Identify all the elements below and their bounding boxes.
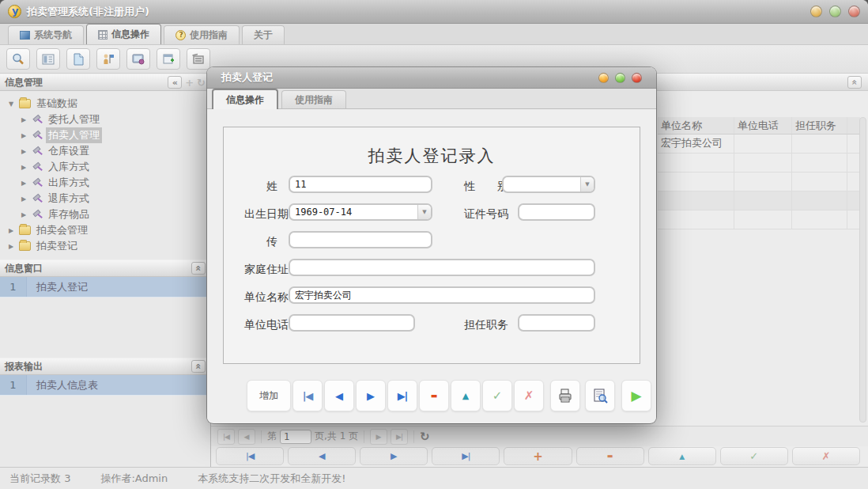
- next-page-button[interactable]: ▶: [370, 429, 387, 445]
- last-record-button[interactable]: ▶|: [432, 447, 500, 465]
- tree-item-outbound-method[interactable]: ▶ 出库方式: [6, 175, 210, 191]
- collapse-up-button[interactable]: «: [191, 262, 206, 275]
- tree-item-consignor-mgmt[interactable]: ▶ 委托人管理: [6, 112, 210, 127]
- confirm-button[interactable]: ✓: [720, 447, 788, 465]
- first-record-button[interactable]: |◀: [292, 380, 323, 411]
- tab-user-guide[interactable]: 使用指南: [164, 25, 240, 44]
- table-row[interactable]: [658, 191, 860, 210]
- close-button[interactable]: [848, 6, 860, 17]
- monitor-button[interactable]: [126, 48, 150, 70]
- gavel-icon: [32, 131, 43, 141]
- collapsed-arrow-icon[interactable]: ▶: [19, 195, 28, 203]
- collapsed-arrow-icon[interactable]: ▶: [19, 180, 28, 187]
- list-item-auctioneer-registration[interactable]: 1 拍卖人登记: [0, 277, 210, 298]
- vertical-scrollbar[interactable]: [859, 117, 866, 423]
- last-page-button[interactable]: ▶|: [391, 429, 408, 445]
- tree-item-auction-mgmt[interactable]: ▶ 拍卖会管理: [6, 222, 210, 238]
- last-record-button[interactable]: ▶|: [387, 380, 417, 411]
- print-preview-button[interactable]: [585, 380, 615, 411]
- delete-record-button[interactable]: ▬: [576, 447, 644, 465]
- prev-record-button[interactable]: ◀: [324, 380, 354, 411]
- add-button[interactable]: 增加: [247, 380, 291, 411]
- home-address-field[interactable]: [289, 259, 595, 276]
- auctioneer-registration-dialog: 拍卖人登记 信息操作 使用指南 拍卖人登记录入 姓 名 性 别 ▼ 出生日期 ▼: [207, 67, 656, 423]
- dialog-tab-info-operation[interactable]: 信息操作: [212, 89, 278, 109]
- collapsed-arrow-icon[interactable]: ▶: [6, 243, 16, 250]
- print-button[interactable]: [550, 380, 580, 411]
- tree-item-return-method[interactable]: ▶ 退库方式: [6, 191, 210, 207]
- tree-item-base-data[interactable]: ▼ 基础数据: [6, 96, 210, 112]
- tab-system-nav[interactable]: 系统导航: [8, 25, 84, 44]
- column-header-duty[interactable]: 担任职务: [792, 117, 847, 134]
- window-add-button[interactable]: [157, 48, 180, 70]
- collapse-sidebar-button[interactable]: «: [168, 76, 182, 89]
- list-item-auctioneer-report[interactable]: 1 拍卖人信息表: [0, 375, 210, 396]
- tab-info-operation[interactable]: 信息操作: [86, 24, 161, 44]
- dialog-maximize-button[interactable]: [615, 73, 625, 83]
- table-row[interactable]: 宏宇拍卖公司: [658, 135, 860, 154]
- tree-item-inventory-items[interactable]: ▶ 库存物品: [6, 207, 210, 222]
- id-number-field[interactable]: [518, 203, 595, 221]
- birthdate-select[interactable]: [289, 203, 432, 221]
- search-button[interactable]: [6, 48, 30, 70]
- run-button[interactable]: ▶: [621, 380, 651, 411]
- edit-record-button[interactable]: ▲: [648, 447, 716, 465]
- collapse-up-button[interactable]: «: [191, 360, 206, 373]
- info-management-header: 信息管理 « + ↻: [0, 74, 210, 91]
- first-page-button[interactable]: |◀: [217, 429, 235, 445]
- tree-item-auctioneer-mgmt[interactable]: ▶ 拍卖人管理: [6, 127, 210, 143]
- edit-record-button[interactable]: ▲: [451, 380, 481, 411]
- column-header-company[interactable]: 单位名称: [658, 117, 734, 134]
- tree-item-warehouse-setup[interactable]: ▶ 仓库设置: [6, 143, 210, 159]
- confirm-button[interactable]: ✓: [482, 380, 512, 411]
- info-windows-header: 信息窗口 «: [0, 260, 210, 277]
- refresh-icon[interactable]: ↻: [420, 430, 430, 444]
- status-message: 本系统支持二次开发和全新开发!: [198, 472, 345, 486]
- table-row[interactable]: [658, 154, 860, 172]
- next-record-button[interactable]: ▶: [356, 380, 386, 411]
- collapse-panel-button[interactable]: [187, 48, 210, 70]
- delete-record-button[interactable]: ▬: [419, 380, 449, 411]
- name-field[interactable]: [289, 176, 432, 193]
- collapse-up-button[interactable]: «: [847, 76, 862, 89]
- prev-record-button[interactable]: ◀: [288, 447, 356, 465]
- first-record-button[interactable]: |◀: [216, 447, 284, 465]
- folder-icon: [19, 226, 31, 235]
- cancel-button[interactable]: ✗: [514, 380, 544, 411]
- collapsed-arrow-icon[interactable]: ▶: [6, 227, 16, 234]
- document-button[interactable]: [66, 48, 90, 70]
- collapsed-arrow-icon[interactable]: ▶: [19, 148, 28, 155]
- fax-field[interactable]: [289, 231, 432, 248]
- form-button[interactable]: [36, 48, 60, 70]
- tree-item-auction-registration[interactable]: ▶ 拍卖登记: [6, 238, 210, 254]
- dialog-close-button[interactable]: [632, 73, 642, 83]
- company-name-field[interactable]: [289, 286, 595, 304]
- tree-item-inbound-method[interactable]: ▶ 入库方式: [6, 159, 210, 175]
- tab-about[interactable]: 关于: [242, 25, 285, 44]
- minimize-button[interactable]: [810, 6, 822, 17]
- prev-page-button[interactable]: ◀: [238, 429, 255, 445]
- collapsed-arrow-icon[interactable]: ▶: [19, 164, 28, 171]
- navigation-tree: ▼ 基础数据 ▶ 委托人管理 ▶ 拍卖人管理 ▶ 仓库设置: [0, 91, 210, 260]
- duty-field[interactable]: [518, 314, 595, 332]
- expanded-arrow-icon[interactable]: ▼: [6, 100, 16, 108]
- maximize-button[interactable]: [829, 6, 841, 17]
- page-number-input[interactable]: [280, 430, 311, 444]
- gender-dropdown-icon[interactable]: ▼: [580, 177, 594, 191]
- dialog-tab-user-guide[interactable]: 使用指南: [281, 90, 346, 108]
- collapsed-arrow-icon[interactable]: ▶: [19, 211, 28, 218]
- company-phone-field[interactable]: [289, 314, 415, 332]
- collapsed-arrow-icon[interactable]: ▶: [19, 132, 28, 139]
- column-header-phone[interactable]: 单位电话: [734, 117, 792, 134]
- add-record-button[interactable]: +: [504, 447, 572, 465]
- dialog-minimize-button[interactable]: [598, 73, 609, 83]
- table-row[interactable]: [658, 210, 860, 229]
- user-button[interactable]: [96, 48, 120, 70]
- record-count: 当前记录数 3: [9, 472, 70, 486]
- cancel-button[interactable]: ✗: [792, 447, 860, 465]
- table-row[interactable]: [658, 172, 860, 191]
- collapsed-arrow-icon[interactable]: ▶: [19, 116, 28, 123]
- dialog-title: 拍卖人登记: [221, 70, 273, 85]
- next-record-button[interactable]: ▶: [360, 447, 428, 465]
- birthdate-dropdown-icon[interactable]: ▼: [417, 205, 431, 219]
